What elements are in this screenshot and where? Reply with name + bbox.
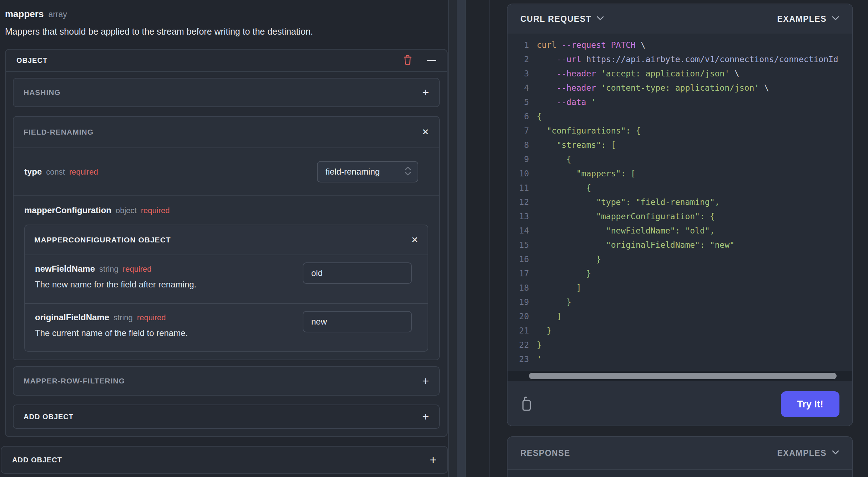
trash-icon [403,54,412,66]
type-select[interactable]: field-renaming [317,161,418,182]
property-kind: string [113,313,133,322]
code-line: 15 "originalFieldName": "new" [508,238,852,252]
field-title: mappers array [5,9,448,20]
mapper-configuration-section: mapperConfiguration object required MAPP… [14,196,439,360]
mapper-configuration-card-title: MAPPERCONFIGURATION OBJECT [34,236,171,244]
new-field-name-input[interactable] [303,262,412,284]
object-card-actions [403,54,436,66]
code-line: 14 "newFieldName": "old", [508,224,852,238]
curl-request-dropdown[interactable]: CURL REQUEST [520,14,604,24]
code-line: 2 --url https://api.airbyte.com/v1/conne… [508,52,852,66]
line-number: 16 [513,252,529,266]
code-line: 9 { [508,152,852,166]
code-line: 16 } [508,252,852,266]
copy-icon [520,396,533,413]
required-badge: required [137,313,166,322]
code-lines: 1curl --request PATCH \2 --url https://a… [508,38,852,366]
select-stepper-icon [404,165,412,178]
field-name: mappers [5,9,44,20]
code-line: 22} [508,338,852,352]
code-line: 6{ [508,109,852,124]
examples-label: EXAMPLES [777,448,827,458]
mapper-configuration-card-header: MAPPERCONFIGURATION OBJECT ✕ [25,225,428,255]
line-number: 4 [513,81,529,95]
line-number: 18 [513,281,529,295]
schema-column: mappers array Mappers that should be app… [0,0,448,474]
curl-request-panel: CURL REQUEST EXAMPLES 1curl --request PA… [507,4,853,426]
delete-object-button[interactable] [403,54,412,66]
examples-dropdown[interactable]: EXAMPLES [777,14,839,24]
curl-code-block[interactable]: 1curl --request PATCH \2 --url https://a… [508,34,852,381]
response-title-group: RESPONSE [520,448,570,458]
chevron-down-icon [596,16,604,22]
left-column-scrollbar-thumb[interactable] [457,0,465,477]
chevron-down-icon [832,450,839,456]
code-line: 3 --header 'accept: application/json' \ [508,66,852,81]
line-number: 14 [513,224,529,238]
code-line: 17 } [508,266,852,281]
close-icon[interactable]: ✕ [411,236,418,244]
property-kind: const [46,167,65,177]
close-icon[interactable]: ✕ [422,128,429,136]
line-number: 11 [513,181,529,195]
left-column-scrollbar[interactable] [448,0,466,477]
plus-icon[interactable]: + [430,454,436,466]
type-property-row: type const required field-renaming [14,148,439,196]
response-examples-dropdown[interactable]: EXAMPLES [777,448,839,458]
add-object-label: ADD OBJECT [24,413,74,421]
line-number: 22 [513,338,529,352]
object-card: OBJECT HASHING + [5,49,448,437]
response-panel-header: RESPONSE EXAMPLES [508,437,852,470]
line-number: 12 [513,195,529,209]
property-kind: string [99,265,118,274]
property-name: mapperConfiguration [24,205,111,215]
hashing-section-label: HASHING [24,88,61,97]
code-line: 7 "configurations": { [508,124,852,138]
horizontal-scrollbar-thumb[interactable] [529,373,837,379]
code-line: 18 ] [508,281,852,295]
line-number: 3 [513,66,529,81]
curl-panel-header: CURL REQUEST EXAMPLES [508,4,852,34]
plus-icon[interactable]: + [422,411,429,422]
property-name: originalFieldName [35,312,109,322]
line-number: 5 [513,95,529,109]
original-field-name-input[interactable] [303,311,412,332]
line-number: 9 [513,152,529,166]
collapse-object-button[interactable] [427,60,436,61]
response-title: RESPONSE [520,448,570,458]
add-object-button-outer[interactable]: ADD OBJECT + [1,446,448,474]
horizontal-scrollbar[interactable] [508,371,852,381]
minus-icon [427,60,436,61]
line-number: 19 [513,295,529,309]
try-it-button[interactable]: Try It! [781,391,839,417]
column-divider-line [489,0,490,477]
hashing-section[interactable]: HASHING + [13,78,440,107]
line-number: 17 [513,266,529,281]
line-number: 10 [513,166,529,181]
line-number: 2 [513,52,529,66]
curl-request-title: CURL REQUEST [520,14,591,24]
code-line: 5 --data ' [508,95,852,109]
plus-icon[interactable]: + [422,375,429,387]
code-line: 23' [508,352,852,366]
line-number: 21 [513,323,529,338]
code-line: 4 --header 'content-type: application/js… [508,81,852,95]
object-card-title: OBJECT [16,56,47,65]
required-badge: required [123,265,152,274]
code-line: 8 "streams": [ [508,138,852,152]
field-renaming-label: FIELD-RENAMING [24,128,94,136]
code-line: 10 "mappers": [ [508,166,852,181]
type-select-value: field-renaming [326,167,380,177]
field-renaming-header: FIELD-RENAMING ✕ [14,117,439,148]
plus-icon[interactable]: + [422,87,429,98]
mapper-row-filtering-section[interactable]: MAPPER-ROW-FILTERING + [13,366,440,396]
examples-label: EXAMPLES [777,14,827,24]
copy-code-button[interactable] [520,396,533,413]
mapper-configuration-card: MAPPERCONFIGURATION OBJECT ✕ newFieldNam… [24,225,428,352]
field-type-badge: array [48,10,67,19]
line-number: 8 [513,138,529,152]
add-object-button-inner[interactable]: ADD OBJECT + [13,405,440,429]
code-line: 12 "type": "field-renaming", [508,195,852,209]
required-badge: required [69,167,98,177]
original-field-name-row: originalFieldName string required The cu… [25,303,428,351]
